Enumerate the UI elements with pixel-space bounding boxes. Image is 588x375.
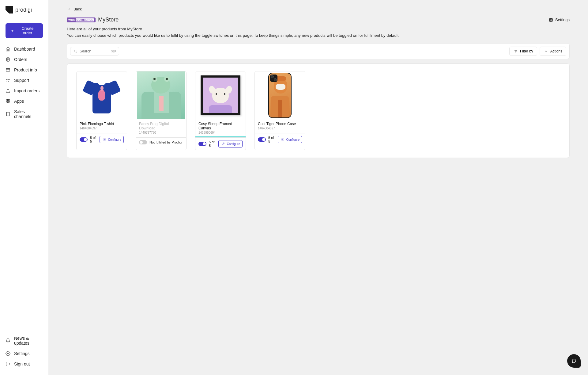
nav-item-settings[interactable]: Settings — [0, 349, 48, 358]
filter-by-button[interactable]: Filter by — [509, 47, 537, 56]
store-name: MyStore — [98, 17, 119, 23]
logo[interactable]: prodigi — [0, 6, 48, 20]
brand-name: prodigi — [15, 7, 32, 13]
grid-icon — [6, 99, 10, 104]
product-footer: Not fulfilled by Prodigi — [136, 137, 186, 147]
chevron-down-icon — [544, 49, 548, 54]
product-card[interactable]: Cosy Sheep Framed Canvas14289506945 of 5… — [195, 71, 246, 150]
product-image — [195, 71, 246, 119]
bottom-nav: News & updatesSettingsSign out — [0, 333, 48, 369]
filter-icon — [513, 49, 518, 54]
nav-item-support[interactable]: Support — [0, 75, 48, 85]
main-nav: DashboardOrdersProduct infoSupportImport… — [0, 44, 48, 333]
search-icon — [73, 49, 78, 54]
product-footer: 5 of 5Configure — [255, 133, 305, 146]
search-input-wrapper[interactable]: ⌘K — [70, 47, 119, 55]
product-title: Fancy Frog Digital Download — [139, 122, 183, 130]
product-sku: 1464004597 — [258, 127, 302, 130]
nav-item-label: Import orders — [14, 88, 40, 93]
product-info: Pink Flamingo T-shirt1464004597 — [77, 119, 127, 133]
clipboard-icon — [6, 57, 10, 62]
back-label: Back — [74, 7, 82, 11]
plus-icon: ＋ — [10, 28, 15, 33]
signout-icon — [6, 362, 10, 366]
svg-rect-13 — [6, 112, 9, 116]
product-card[interactable]: Cool Tiger Phone Case14640045975 of 5Con… — [254, 71, 305, 150]
product-title: Cosy Sheep Framed Canvas — [198, 122, 243, 130]
product-info: Fancy Frog Digital Download1449797780 — [136, 119, 186, 137]
create-order-button[interactable]: ＋ Create order — [6, 23, 43, 38]
people-icon — [6, 78, 10, 83]
svg-point-30 — [282, 139, 283, 140]
nav-item-label: Sign out — [14, 362, 30, 366]
gear-icon — [102, 137, 107, 142]
nav-item-apps[interactable]: Apps — [0, 96, 48, 106]
products-panel: Pink Flamingo T-shirt14640045975 of 5Con… — [67, 63, 570, 158]
bell-icon — [6, 338, 10, 343]
variant-count: 5 of 5 — [90, 136, 97, 143]
gear-icon — [6, 351, 10, 356]
product-image — [255, 71, 305, 119]
box-icon — [6, 67, 10, 72]
svg-rect-9 — [6, 99, 8, 101]
variant-count: 5 of 5 — [268, 136, 275, 143]
configure-label: Configure — [108, 138, 121, 141]
nav-item-product-info[interactable]: Product info — [0, 65, 48, 75]
fulfilment-toggle[interactable] — [258, 137, 266, 142]
product-footer: 5 of 5Configure — [77, 133, 127, 146]
nav-item-label: News & updates — [14, 336, 43, 346]
gear-icon — [548, 17, 553, 22]
product-info: Cool Tiger Phone Case1464004597 — [255, 119, 305, 133]
store-header: WOOCOMMERCE MyStore — [67, 17, 119, 23]
nav-item-label: Apps — [14, 99, 24, 104]
nav-item-import-orders[interactable]: Import orders — [0, 86, 48, 96]
svg-rect-10 — [8, 99, 10, 101]
product-title: Cool Tiger Phone Case — [258, 122, 302, 126]
fulfilment-toggle[interactable] — [139, 140, 147, 144]
fulfilment-toggle[interactable] — [80, 137, 88, 142]
fulfilment-toggle[interactable] — [198, 142, 206, 146]
svg-rect-4 — [6, 68, 10, 71]
product-info: Cosy Sheep Framed Canvas1428950694 — [195, 119, 246, 137]
nav-item-label: Sales channels — [14, 109, 43, 119]
settings-label: Settings — [555, 17, 570, 22]
nav-item-label: Dashboard — [14, 47, 35, 52]
configure-button[interactable]: Configure — [278, 136, 302, 143]
nav-item-label: Support — [14, 78, 29, 83]
product-card[interactable]: Fancy Frog Digital Download1449797780Not… — [136, 71, 187, 150]
product-sku: 1464004597 — [80, 127, 124, 130]
svg-point-22 — [550, 19, 552, 21]
not-fulfilled-text: Not fulfilled by Prodigi — [149, 140, 182, 144]
nav-item-label: Settings — [14, 351, 30, 356]
nav-item-label: Product info — [14, 67, 37, 72]
nav-item-sign-out[interactable]: Sign out — [0, 359, 48, 369]
svg-rect-11 — [6, 101, 8, 103]
main-content: ‹ Back WOOCOMMERCE MyStore Settings Here… — [48, 0, 588, 375]
home-icon — [6, 47, 10, 52]
actions-button[interactable]: Actions — [540, 47, 566, 56]
product-sku: 1449797780 — [139, 131, 183, 134]
chat-fab[interactable] — [567, 354, 581, 368]
svg-point-7 — [9, 79, 9, 80]
nav-item-orders[interactable]: Orders — [0, 55, 48, 64]
nav-item-news-updates[interactable]: News & updates — [0, 333, 48, 348]
intro-text: Here are all of your products from MySto… — [67, 27, 570, 31]
back-link[interactable]: ‹ Back — [67, 7, 82, 12]
configure-button[interactable]: Configure — [100, 136, 124, 143]
settings-link[interactable]: Settings — [548, 17, 570, 22]
product-card[interactable]: Pink Flamingo T-shirt14640045975 of 5Con… — [76, 71, 127, 150]
search-input[interactable] — [80, 49, 109, 53]
chevron-left-icon: ‹ — [67, 7, 72, 12]
nav-item-dashboard[interactable]: Dashboard — [0, 44, 48, 54]
nav-item-sales-channels[interactable]: Sales channels — [0, 107, 48, 121]
sidebar: prodigi ＋ Create order DashboardOrdersPr… — [0, 0, 48, 375]
upload-icon — [6, 88, 10, 93]
description-text: You can easily choose which products you… — [67, 33, 570, 38]
configure-button[interactable]: Configure — [218, 140, 243, 147]
variant-count: 5 of 5 — [209, 140, 216, 147]
product-footer: 5 of 5Configure — [195, 137, 246, 150]
actions-label: Actions — [550, 49, 562, 53]
filter-label: Filter by — [520, 49, 533, 53]
svg-line-24 — [76, 52, 77, 52]
chat-icon — [571, 358, 576, 363]
